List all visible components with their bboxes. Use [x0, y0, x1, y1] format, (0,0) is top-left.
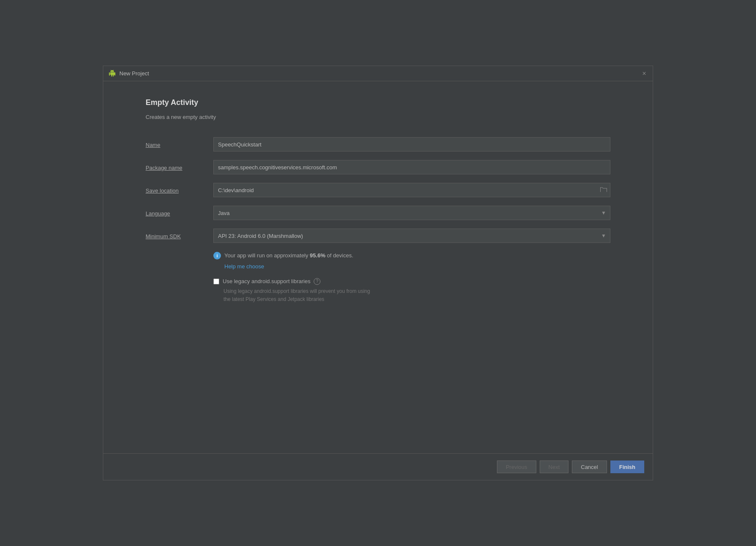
save-label: Save location: [146, 187, 213, 194]
title-bar: New Project ×: [103, 66, 653, 81]
page-subtitle: Creates a new empty activity: [146, 114, 610, 120]
dialog-title: New Project: [119, 70, 149, 77]
browse-folder-button[interactable]: [599, 186, 608, 195]
legacy-description: Using legacy android.support libraries w…: [223, 287, 370, 303]
save-location-field: [213, 183, 610, 197]
name-row: Name: [146, 137, 610, 152]
info-text: Your app will run on approximately 95.6%…: [224, 251, 353, 260]
save-location-input[interactable]: [213, 183, 610, 197]
title-bar-left: New Project: [108, 70, 149, 77]
next-button[interactable]: Next: [540, 461, 569, 473]
legacy-checkbox-row: Use legacy android.support libraries ?: [213, 278, 370, 285]
legacy-checkbox-section: Use legacy android.support libraries ? U…: [213, 278, 610, 303]
name-label: Name: [146, 141, 213, 148]
previous-button[interactable]: Previous: [497, 461, 536, 473]
coverage-percentage: 95.6%: [310, 252, 326, 259]
info-icon: i: [213, 252, 221, 259]
sdk-select-wrapper: API 16: Android 4.1 (Jelly Bean) API 17:…: [213, 229, 610, 243]
finish-button[interactable]: Finish: [610, 461, 644, 473]
legacy-checkbox-group: Use legacy android.support libraries ? U…: [213, 278, 370, 303]
info-section: i Your app will run on approximately 95.…: [213, 251, 610, 270]
android-logo-icon: [108, 70, 116, 77]
dialog-content: Empty Activity Creates a new empty activ…: [103, 81, 653, 453]
language-select[interactable]: Java Kotlin: [213, 206, 610, 220]
language-row: Language Java Kotlin ▼: [146, 206, 610, 220]
package-row: Package name: [146, 160, 610, 174]
legacy-checkbox-label: Use legacy android.support libraries: [223, 278, 310, 284]
info-row: i Your app will run on approximately 95.…: [213, 251, 610, 260]
legacy-help-icon[interactable]: ?: [314, 278, 320, 285]
package-label: Package name: [146, 164, 213, 171]
help-me-choose-link[interactable]: Help me choose: [224, 263, 264, 270]
language-label: Language: [146, 210, 213, 217]
sdk-select[interactable]: API 16: Android 4.1 (Jelly Bean) API 17:…: [213, 229, 610, 243]
legacy-checkbox[interactable]: [213, 279, 219, 284]
dialog-footer: Previous Next Cancel Finish: [103, 453, 653, 480]
save-location-row: Save location: [146, 183, 610, 197]
name-input[interactable]: [213, 137, 610, 152]
sdk-label: Minimum SDK: [146, 232, 213, 240]
language-select-wrapper: Java Kotlin ▼: [213, 206, 610, 220]
page-title: Empty Activity: [146, 98, 610, 107]
package-input[interactable]: [213, 160, 610, 174]
cancel-button[interactable]: Cancel: [572, 461, 607, 473]
close-button[interactable]: ×: [641, 70, 648, 77]
new-project-dialog: New Project × Empty Activity Creates a n…: [103, 66, 653, 480]
sdk-row: Minimum SDK API 16: Android 4.1 (Jelly B…: [146, 229, 610, 243]
